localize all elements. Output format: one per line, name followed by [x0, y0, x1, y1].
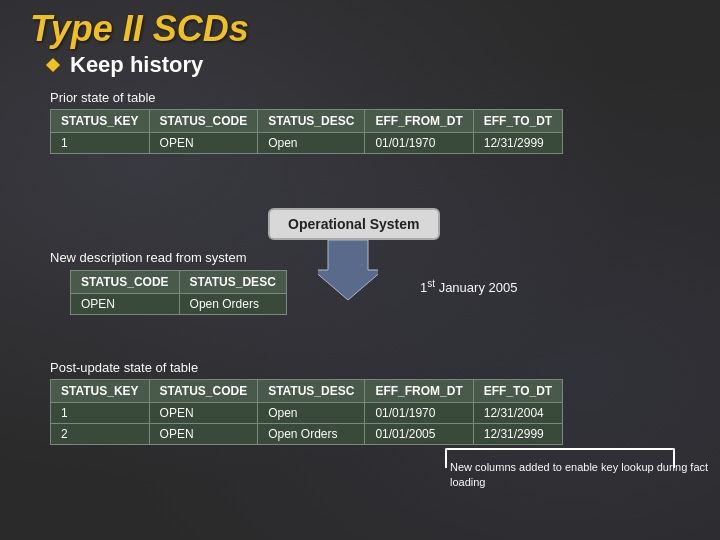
table-row: OPENOpen Orders	[71, 294, 287, 315]
page-title-type: Type II SCDs	[30, 8, 249, 50]
new-col-status-code: STATUS_CODE	[71, 271, 180, 294]
new-col-status-desc: STATUS_DESC	[179, 271, 286, 294]
col-eff-to: EFF_TO_DT	[473, 110, 562, 133]
table-row: 1OPENOpen01/01/197012/31/2004	[51, 403, 563, 424]
post-section: Post-update state of table STATUS_KEY ST…	[50, 360, 563, 445]
post-table: STATUS_KEY STATUS_CODE STATUS_DESC EFF_F…	[50, 379, 563, 445]
col-status-desc: STATUS_DESC	[258, 110, 365, 133]
table-row: 1OPENOpen01/01/197012/31/2999	[51, 133, 563, 154]
post-col-status-key: STATUS_KEY	[51, 380, 150, 403]
col-status-key: STATUS_KEY	[51, 110, 150, 133]
post-table-header-row: STATUS_KEY STATUS_CODE STATUS_DESC EFF_F…	[51, 380, 563, 403]
post-col-status-desc: STATUS_DESC	[258, 380, 365, 403]
prior-section-label: Prior state of table	[50, 90, 563, 105]
post-col-eff-from: EFF_FROM_DT	[365, 380, 473, 403]
jan-date-label: 1st January 2005	[420, 278, 517, 295]
new-desc-header-row: STATUS_CODE STATUS_DESC	[71, 271, 287, 294]
prior-table: STATUS_KEY STATUS_CODE STATUS_DESC EFF_F…	[50, 109, 563, 154]
page-title-keep: Keep history	[48, 52, 203, 78]
post-col-status-code: STATUS_CODE	[149, 380, 258, 403]
new-desc-section: STATUS_CODE STATUS_DESC OPENOpen Orders	[70, 270, 287, 315]
keep-history-label: Keep history	[70, 52, 203, 78]
prior-table-header-row: STATUS_KEY STATUS_CODE STATUS_DESC EFF_F…	[51, 110, 563, 133]
new-desc-table: STATUS_CODE STATUS_DESC OPENOpen Orders	[70, 270, 287, 315]
post-section-label: Post-update state of table	[50, 360, 563, 375]
col-eff-from: EFF_FROM_DT	[365, 110, 473, 133]
new-columns-note: New columns added to enable key lookup d…	[450, 460, 720, 491]
table-row: 2OPENOpen Orders01/01/200512/31/2999	[51, 424, 563, 445]
svg-marker-0	[318, 240, 378, 300]
prior-section: Prior state of table STATUS_KEY STATUS_C…	[50, 90, 563, 154]
operational-system-box: Operational System	[268, 208, 440, 240]
col-status-code: STATUS_CODE	[149, 110, 258, 133]
new-desc-label: New description read from system	[50, 250, 247, 265]
bullet-icon	[46, 58, 60, 72]
post-col-eff-to: EFF_TO_DT	[473, 380, 562, 403]
down-arrow-icon	[318, 240, 378, 304]
